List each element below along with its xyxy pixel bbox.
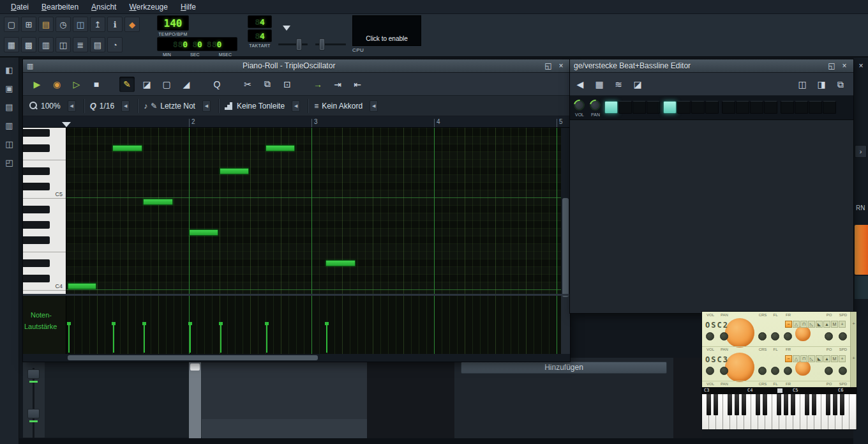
history-icon[interactable]: ◷: [56, 17, 71, 32]
step-cell[interactable]: [781, 101, 794, 114]
add-file-icon[interactable]: ⊞: [21, 17, 36, 32]
layers-icon[interactable]: ⧉: [833, 77, 848, 92]
black-key[interactable]: [756, 394, 760, 415]
plugin-keyboard[interactable]: [702, 394, 857, 429]
channel-button-dark[interactable]: [855, 276, 868, 299]
new-file-icon[interactable]: ▢: [4, 17, 19, 32]
step-cell[interactable]: [750, 101, 763, 114]
keyboard-position-marker[interactable]: [777, 388, 782, 393]
step-cell[interactable]: [663, 101, 677, 114]
piano-key[interactable]: [23, 252, 66, 259]
detach-window-icon[interactable]: ◱: [543, 61, 553, 70]
display-icon[interactable]: ◧: [3, 63, 17, 76]
draw-tool[interactable]: ✎: [119, 77, 135, 92]
step-cell[interactable]: [736, 101, 749, 114]
piano-key[interactable]: [23, 167, 50, 175]
cut-button[interactable]: ✂: [240, 77, 255, 92]
vertical-scrollbar-handle[interactable]: [190, 364, 200, 371]
channel-button-orange[interactable]: [855, 225, 868, 275]
piano-key[interactable]: [23, 244, 66, 252]
scale-combo[interactable]: Keine Tonleite ◀: [225, 100, 306, 112]
time-signature-denominator[interactable]: 8 4: [248, 29, 272, 42]
piano-key[interactable]: [23, 152, 66, 160]
note-properties-combo[interactable]: ♪ ✎ Letzte Not ◀: [144, 100, 217, 112]
black-key[interactable]: [735, 394, 739, 415]
piano-key[interactable]: [23, 198, 66, 206]
black-key[interactable]: [763, 394, 767, 415]
piano-key[interactable]: [23, 259, 50, 267]
scale-prev-button[interactable]: ◀: [292, 100, 300, 112]
start-marker-button[interactable]: ⇤: [350, 77, 365, 92]
slide-tool[interactable]: ◢: [179, 77, 194, 92]
midi-note[interactable]: [112, 145, 142, 151]
time-signature-numerator[interactable]: 8 4: [248, 15, 272, 28]
menu-hilfe[interactable]: Hilfe: [175, 1, 202, 13]
waveform-button[interactable]: ◣: [816, 355, 823, 362]
velocity-handle[interactable]: [112, 322, 116, 325]
step-cell[interactable]: [647, 101, 660, 114]
step-cell[interactable]: [691, 101, 705, 114]
plugin-knob[interactable]: [706, 332, 714, 341]
waveform-button[interactable]: M: [831, 355, 838, 362]
copy-button[interactable]: ⧉: [260, 77, 275, 92]
waveform-button[interactable]: ▲: [823, 321, 830, 328]
menu-werkzeuge[interactable]: Werkzeuge: [123, 1, 173, 13]
graph-editor-icon[interactable]: ◪: [630, 77, 645, 92]
black-key[interactable]: [812, 394, 816, 415]
playlist-icon[interactable]: ▦: [4, 37, 19, 52]
waveform-button[interactable]: ~: [785, 321, 792, 328]
paste-button[interactable]: ⊡: [280, 77, 295, 92]
menu-ansicht[interactable]: Ansicht: [86, 1, 122, 13]
grid-hscroll-handle[interactable]: [68, 355, 318, 360]
pattern-length-icon[interactable]: ◨: [814, 77, 829, 92]
info-icon[interactable]: ℹ: [107, 17, 123, 32]
piano-key[interactable]: [23, 129, 50, 137]
osc2-plus-button[interactable]: +: [851, 321, 857, 327]
midi-note[interactable]: [189, 229, 218, 236]
velocity-spike[interactable]: [68, 325, 70, 353]
close-icon[interactable]: ×: [856, 61, 866, 70]
black-key[interactable]: [791, 394, 795, 415]
channel-pan-knob[interactable]: [588, 98, 603, 113]
step-cell[interactable]: [705, 101, 719, 114]
master-pitch-marker[interactable]: [283, 26, 290, 34]
waveform-button[interactable]: ◣: [816, 321, 823, 328]
white-key[interactable]: [849, 394, 857, 429]
velocity-spike[interactable]: [144, 325, 145, 353]
waveform-button[interactable]: +: [839, 355, 846, 362]
menu-datei[interactable]: Datei: [5, 1, 34, 13]
file-icon[interactable]: ▥: [3, 119, 17, 132]
chord-combo[interactable]: ≡ Kein Akkord ◀: [314, 100, 384, 112]
export-icon[interactable]: ↥: [90, 17, 105, 32]
quantize-button[interactable]: →: [310, 77, 326, 92]
timeline[interactable]: 2345: [23, 116, 570, 128]
browser-icon[interactable]: ≣: [73, 37, 88, 52]
piano-roll-titlebar[interactable]: ▥ Piano-Roll - TripleOscillator ◱ ×: [23, 59, 570, 73]
pattern-pair-icon[interactable]: ◫: [795, 77, 810, 92]
waveform-button[interactable]: △: [793, 321, 800, 328]
piano-key[interactable]: [23, 213, 66, 221]
step-cell[interactable]: [677, 101, 691, 114]
osc-knob-large[interactable]: [725, 353, 754, 382]
midi-note[interactable]: [220, 168, 249, 174]
waveform-button[interactable]: △: [793, 355, 800, 362]
black-key[interactable]: [833, 394, 837, 415]
plugin-knob[interactable]: [825, 367, 833, 375]
plugin-knob[interactable]: [720, 367, 728, 375]
piano-key[interactable]: [23, 229, 66, 236]
grid-vscroll-handle[interactable]: [562, 198, 569, 297]
grid-view-icon[interactable]: ▦: [592, 77, 607, 92]
velocity-handle[interactable]: [188, 322, 192, 325]
master-volume-handle[interactable]: [296, 38, 302, 50]
grid-vertical-scrollbar[interactable]: [561, 128, 570, 294]
mixer-icon[interactable]: ◫: [56, 37, 71, 52]
midi-note[interactable]: [266, 145, 295, 151]
black-key[interactable]: [784, 394, 788, 415]
snap-combo[interactable]: Q 1/16 ◀: [90, 100, 136, 112]
time-display[interactable]: 880 80 880: [157, 37, 237, 51]
piano-key[interactable]: [23, 267, 66, 275]
note-grid[interactable]: [66, 128, 561, 294]
menu-bearbeiten[interactable]: Bearbeiten: [36, 1, 84, 13]
osc-knob-large[interactable]: [725, 318, 754, 348]
black-key[interactable]: [707, 394, 711, 415]
